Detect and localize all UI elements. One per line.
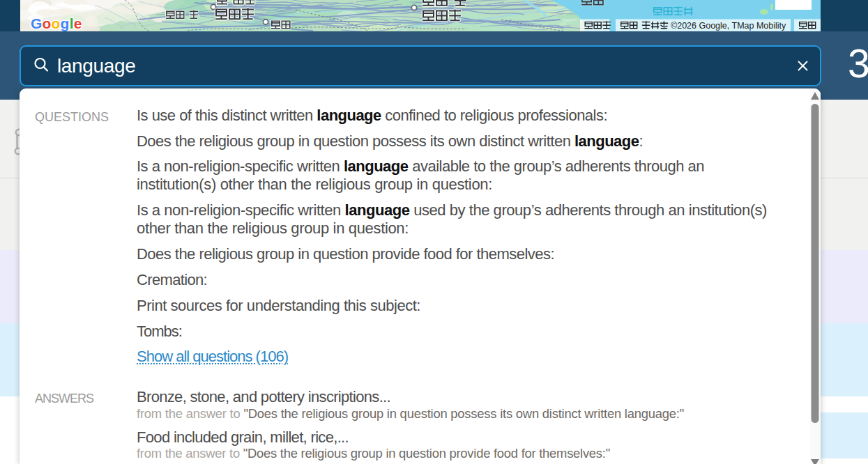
- svg-text:Google: Google: [31, 15, 82, 31]
- svg-text:©2026 Google, TMap Mobility: ©2026 Google, TMap Mobility: [671, 21, 786, 31]
